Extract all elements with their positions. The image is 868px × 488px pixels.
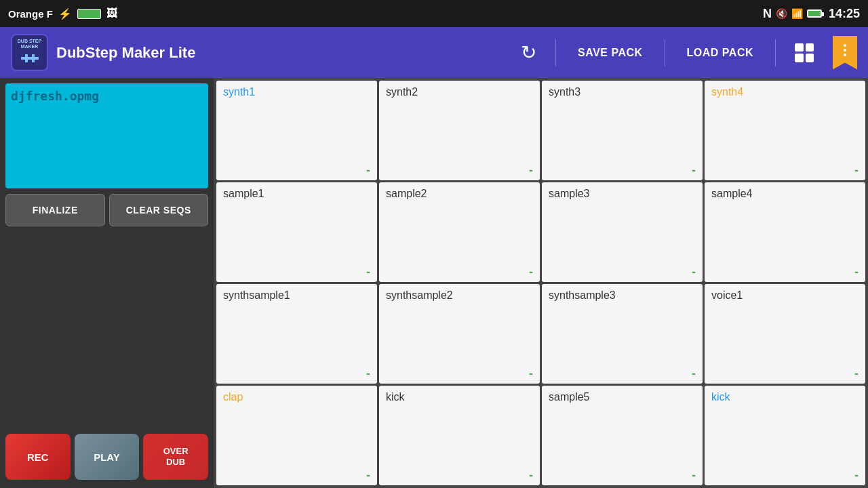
divider-2 — [665, 39, 665, 66]
rec-button[interactable]: REC — [5, 434, 71, 480]
transport-buttons: REC PLAY OVERDUB — [5, 434, 208, 483]
play-button[interactable]: PLAY — [75, 434, 140, 480]
picture-icon: 🖼 — [106, 7, 117, 20]
pad-indicator-synth2: - — [529, 164, 533, 176]
app-title: DubStep Maker Lite — [56, 44, 507, 62]
logo-text: DUB STEP MAKER — [18, 39, 41, 66]
status-left: Orange F ⚡ 100% 🖼 — [8, 7, 117, 20]
usb-icon: ⚡ — [58, 7, 72, 20]
pad-kick1[interactable]: kick- — [379, 386, 540, 485]
pad-label-synth2: synth2 — [386, 86, 533, 98]
overdub-button[interactable]: OVERDUB — [143, 434, 208, 480]
app-header: DUB STEP MAKER DubStep Maker Lite ↻ SAVE… — [0, 27, 868, 78]
pad-label-synthsample2: synthsample2 — [386, 289, 533, 302]
pad-label-synth4: synth4 — [711, 86, 859, 98]
pad-kick2[interactable]: kick- — [705, 386, 865, 485]
pad-synth2[interactable]: synth2- — [379, 81, 540, 180]
pad-label-kick1: kick — [386, 391, 533, 403]
svg-rect-1 — [25, 54, 28, 62]
pad-indicator-sample3: - — [692, 266, 696, 278]
pad-synthsample2[interactable]: synthsample2- — [379, 284, 540, 384]
pad-label-synthsample1: synthsample1 — [223, 289, 370, 302]
pad-synthsample3[interactable]: synthsample3- — [542, 284, 703, 384]
pad-sample1[interactable]: sample1- — [216, 182, 377, 282]
pad-label-voice1: voice1 — [711, 289, 859, 302]
status-right: N 🔇 📶 14:25 — [763, 7, 860, 21]
pads-grid: synth1-synth2-synth3-synth4-sample1-samp… — [214, 78, 868, 488]
bookmark-button[interactable] — [833, 36, 857, 70]
pad-sample3[interactable]: sample3- — [542, 182, 703, 282]
pad-label-synthsample3: synthsample3 — [549, 289, 696, 302]
pad-sample4[interactable]: sample4- — [705, 182, 865, 282]
save-pack-button[interactable]: SAVE PACK — [570, 41, 650, 64]
pad-label-sample1: sample1 — [223, 188, 370, 200]
pad-indicator-kick2: - — [854, 469, 859, 481]
status-bar: Orange F ⚡ 100% 🖼 N 🔇 📶 14:25 — [0, 0, 868, 27]
n-icon: N — [763, 7, 772, 21]
battery-icon — [807, 9, 822, 18]
clock: 14:25 — [829, 7, 860, 21]
pad-sample5[interactable]: sample5- — [542, 386, 703, 485]
battery-full-icon: 100% — [77, 9, 102, 19]
control-buttons: FINALIZE CLEAR SEQS — [5, 194, 208, 226]
clear-seqs-button[interactable]: CLEAR SEQS — [109, 194, 209, 226]
pad-indicator-clap: - — [366, 469, 370, 481]
divider-1 — [555, 39, 556, 66]
signal-icon: 📶 — [791, 8, 803, 19]
divider-3 — [775, 39, 776, 66]
waveform-display: djfresh.opmg — [5, 83, 208, 188]
pad-clap[interactable]: clap- — [216, 386, 377, 485]
pad-indicator-kick1: - — [529, 469, 533, 481]
pad-synth1[interactable]: synth1- — [216, 81, 377, 180]
pad-label-clap: clap — [223, 391, 370, 403]
svg-rect-0 — [21, 57, 39, 60]
load-pack-button[interactable]: LOAD PACK — [679, 41, 762, 64]
pad-synthsample1[interactable]: synthsample1- — [216, 284, 377, 384]
pad-indicator-sample5: - — [692, 469, 696, 481]
pad-indicator-synth1: - — [366, 164, 370, 176]
grid-view-button[interactable] — [795, 43, 814, 62]
mute-icon: 🔇 — [776, 8, 787, 19]
pad-indicator-synthsample2: - — [529, 367, 533, 380]
pad-synth3[interactable]: synth3- — [542, 81, 703, 180]
pad-indicator-synth4: - — [854, 164, 859, 176]
pad-label-sample5: sample5 — [549, 391, 696, 403]
pad-label-synth3: synth3 — [549, 86, 696, 98]
pad-sample2[interactable]: sample2- — [379, 182, 540, 282]
pad-label-sample3: sample3 — [549, 188, 696, 200]
pad-label-sample2: sample2 — [386, 188, 533, 200]
finalize-button[interactable]: FINALIZE — [5, 194, 105, 226]
app-logo: DUB STEP MAKER — [11, 34, 48, 71]
svg-rect-2 — [32, 54, 35, 62]
pad-label-kick2: kick — [711, 391, 859, 403]
pad-indicator-sample1: - — [366, 266, 370, 278]
left-panel: djfresh.opmg FINALIZE CLEAR SEQS REC PLA… — [0, 78, 214, 488]
pad-synth4[interactable]: synth4- — [705, 81, 865, 180]
main-content: djfresh.opmg FINALIZE CLEAR SEQS REC PLA… — [0, 78, 868, 488]
pad-label-sample4: sample4 — [711, 188, 859, 200]
pad-indicator-voice1: - — [854, 367, 859, 380]
waveform-label: djfresh.opmg — [11, 89, 99, 103]
spacer — [5, 232, 208, 428]
pad-indicator-synth3: - — [692, 164, 696, 176]
pad-indicator-sample2: - — [529, 266, 533, 278]
bookmark-icon — [844, 44, 846, 56]
refresh-button[interactable]: ↻ — [515, 36, 542, 69]
carrier-text: Orange F — [8, 8, 53, 20]
pad-voice1[interactable]: voice1- — [705, 284, 865, 384]
pad-label-synth1: synth1 — [223, 86, 370, 98]
pad-indicator-sample4: - — [854, 266, 859, 278]
pad-indicator-synthsample3: - — [692, 367, 696, 380]
pad-indicator-synthsample1: - — [366, 367, 370, 380]
